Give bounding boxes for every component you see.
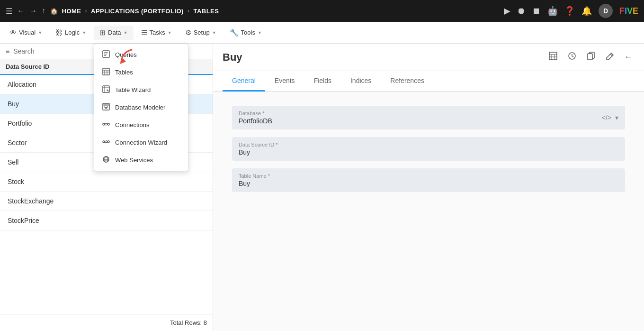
logic-icon: ⛓ [55, 28, 63, 37]
tablename-value[interactable]: Buy [239, 180, 618, 187]
tablename-field-inner: Table Name * Buy [239, 173, 618, 187]
menu-data[interactable]: ⊞ Data ▼ [94, 26, 133, 40]
dropdown-connection-wizard[interactable]: Connection Wizard [94, 134, 188, 151]
dropdown-tables[interactable]: Tables [94, 64, 188, 81]
menu-visual-label: Visual [19, 29, 36, 36]
bell-icon[interactable]: 🔔 [581, 6, 592, 16]
menu-data-label: Data [108, 29, 121, 36]
dropdown-table-wizard-label: Table Wizard [115, 86, 151, 93]
tasks-caret: ▼ [168, 30, 172, 35]
table-view-icon[interactable] [546, 49, 560, 65]
database-field-icons: </> ▾ [602, 114, 618, 121]
dropdown-table-wizard[interactable]: Table Wizard [94, 81, 188, 99]
up-icon[interactable]: ↑ [42, 7, 45, 15]
menu-setup-label: Setup [194, 29, 210, 36]
top-nav: ☰ ← → ↑ 🏠 HOME › APPLICATIONS (PORTFOLIO… [0, 0, 644, 22]
chevron-down-icon[interactable]: ▾ [615, 114, 618, 121]
menu-logic-label: Logic [65, 29, 80, 36]
dropdown-database-modeler-label: Database Modeler [115, 104, 165, 111]
dropdown-tables-label: Tables [115, 69, 133, 76]
tab-references[interactable]: References [381, 71, 434, 92]
back-arrow-icon[interactable]: ← [622, 50, 635, 64]
tab-events[interactable]: Events [265, 71, 304, 92]
action-buttons: ← [546, 49, 635, 65]
tab-fields[interactable]: Fields [304, 71, 341, 92]
datasource-field-inner: Data Source ID * Buy [239, 142, 618, 156]
code-icon[interactable]: </> [602, 114, 611, 121]
forward-icon[interactable]: → [29, 7, 37, 15]
stop-icon[interactable]: ⏹ [532, 6, 541, 16]
back-icon[interactable]: ← [17, 7, 25, 15]
list-item-stockprice[interactable]: StockPrice [0, 211, 213, 230]
help-icon[interactable]: ❓ [564, 6, 575, 16]
svg-point-22 [103, 141, 105, 143]
queries-icon [102, 50, 110, 59]
tabs: General Events Fields Indices References [213, 71, 644, 92]
home-icon: 🏠 [50, 8, 58, 15]
visual-icon: 👁 [9, 28, 17, 37]
copy-icon[interactable] [584, 49, 598, 65]
search-icon: ≡ [6, 47, 9, 55]
datasource-value[interactable]: Buy [239, 148, 618, 156]
menu-visual[interactable]: 👁 Visual ▼ [4, 26, 48, 39]
play-icon[interactable]: ▶ [504, 6, 510, 16]
history-icon[interactable] [565, 49, 579, 65]
dropdown-connection-wizard-label: Connection Wizard [115, 139, 167, 146]
tools-caret: ▼ [258, 30, 262, 35]
database-label: Database * [239, 110, 602, 116]
logic-caret: ▼ [82, 30, 86, 35]
tasks-icon: ☰ [141, 28, 147, 37]
dropdown-web-services[interactable]: Web Services [94, 151, 188, 169]
svg-rect-4 [103, 68, 109, 75]
database-field-inner: Database * PortfolioDB [239, 110, 602, 125]
tab-indices[interactable]: Indices [341, 71, 381, 92]
menu-tools-label: Tools [241, 29, 255, 36]
tab-general[interactable]: General [223, 71, 265, 92]
menu-logic[interactable]: ⛓ Logic ▼ [50, 26, 92, 39]
menu-setup[interactable]: ⚙ Setup ▼ [179, 26, 222, 40]
robot-icon[interactable]: 🤖 [547, 6, 558, 16]
breadcrumb-home[interactable]: HOME [62, 8, 81, 15]
menu-tasks-label: Tasks [150, 29, 165, 36]
hamburger-icon[interactable]: ☰ [6, 7, 12, 16]
list-item-stockexchange[interactable]: StockExchange [0, 192, 213, 211]
media-icon[interactable]: ⏺ [517, 6, 526, 16]
tools-icon: 🔧 [230, 28, 239, 37]
sidebar-footer: Total Rows: 8 [0, 314, 213, 331]
connections-icon [102, 120, 110, 129]
breadcrumb-apps[interactable]: APPLICATIONS (PORTFOLIO) [91, 8, 184, 15]
form-field-tablename: Table Name * Buy [232, 168, 625, 192]
list-item-stock[interactable]: Stock [0, 172, 213, 192]
datasource-field-wrapper: Data Source ID * Buy [232, 137, 625, 161]
svg-point-21 [107, 123, 109, 125]
menu-tasks[interactable]: ☰ Tasks ▼ [135, 26, 178, 40]
data-caret: ▼ [124, 30, 128, 35]
breadcrumb-tables[interactable]: TABLES [193, 8, 219, 15]
setup-icon: ⚙ [185, 28, 191, 37]
setup-caret: ▼ [212, 30, 216, 35]
svg-line-37 [610, 54, 612, 56]
database-field-wrapper: Database * PortfolioDB </> ▾ [232, 106, 625, 129]
dropdown-queries[interactable]: Queries [94, 46, 188, 64]
database-value[interactable]: PortfolioDB [239, 117, 602, 125]
dropdown-queries-label: Queries [115, 51, 137, 58]
table-wizard-icon [102, 85, 110, 94]
tablename-label: Table Name * [239, 173, 618, 179]
avatar[interactable]: D [599, 4, 613, 18]
edit-icon[interactable] [603, 49, 617, 65]
dropdown-database-modeler[interactable]: Database Modeler [94, 99, 188, 116]
database-modeler-icon [102, 103, 110, 112]
visual-caret: ▼ [38, 30, 42, 35]
breadcrumb: 🏠 HOME › APPLICATIONS (PORTFOLIO) › TABL… [50, 8, 219, 15]
menu-tools[interactable]: 🔧 Tools ▼ [224, 26, 268, 40]
breadcrumb-sep-2: › [188, 8, 190, 14]
svg-rect-36 [588, 54, 592, 60]
datasource-label: Data Source ID * [239, 142, 618, 147]
form-field-datasource: Data Source ID * Buy [232, 137, 625, 161]
svg-point-20 [103, 123, 105, 125]
tablename-field-wrapper: Table Name * Buy [232, 168, 625, 192]
dropdown-connections[interactable]: Connections [94, 116, 188, 134]
svg-rect-13 [104, 104, 106, 106]
svg-rect-14 [107, 104, 108, 106]
dropdown-web-services-label: Web Services [115, 156, 153, 164]
